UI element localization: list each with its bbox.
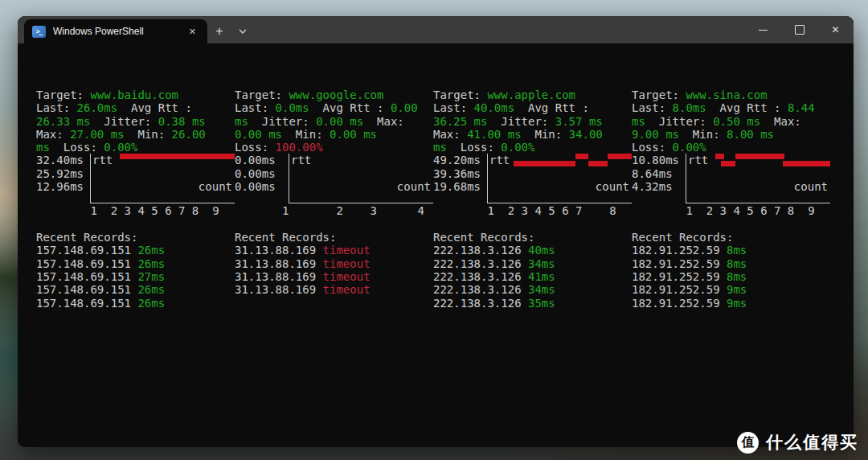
record-row: 157.148.69.151 27ms: [36, 270, 235, 283]
stats-text: 0.00%: [501, 141, 534, 154]
record-latency: 8ms: [727, 244, 747, 257]
chart-plot-area: rttcount: [487, 154, 632, 203]
stats-text: 0.00 ms: [316, 115, 363, 128]
stats-text: Jitter:: [487, 115, 555, 128]
stats-text: 41.00 ms: [467, 128, 521, 141]
y-axis-label: 49.20ms: [433, 154, 487, 166]
record-latency: 35ms: [528, 297, 555, 310]
maximize-button[interactable]: [781, 16, 817, 43]
stats-text: Jitter:: [90, 115, 158, 128]
rtt-chart: 0.00ms0.00ms0.00msrttcount: [235, 154, 433, 203]
stats-text: 26.00: [172, 128, 206, 141]
smzdm-watermark-text: 什么值得买: [766, 431, 858, 454]
stats-line: Last: 0.0ms Avg Rtt : 0.00: [235, 101, 433, 114]
titlebar[interactable]: >_ Windows PowerShell ✕ + ✕: [18, 16, 854, 43]
stats-text: 0.0ms: [276, 101, 309, 114]
record-row: 31.13.88.169 timeout: [235, 270, 433, 283]
record-row: 31.13.88.169 timeout: [235, 283, 433, 296]
stats-text: www.apple.com: [487, 88, 575, 101]
stats-line: ms Loss: 0.00%: [433, 141, 632, 154]
chart-y-labels: 49.20ms39.36ms19.68ms: [433, 154, 487, 203]
stats-text: 8.00 ms: [727, 128, 774, 141]
record-ip: 182.91.252.59: [632, 297, 727, 310]
record-latency: timeout: [323, 257, 371, 270]
stats-text: 8.0ms: [673, 101, 706, 114]
stats-line: ms Jitter: 0.50 ms Max:: [632, 115, 830, 128]
rtt-axis-label: rtt: [489, 154, 510, 166]
rtt-line-segment: [575, 154, 588, 159]
stats-text: Loss:: [447, 141, 501, 154]
stats-line: Target: www.apple.com: [433, 88, 632, 101]
minimize-button[interactable]: [745, 16, 781, 43]
rtt-axis-label: rtt: [688, 154, 708, 166]
record-ip: 182.91.252.59: [632, 257, 727, 270]
record-row: 222.138.3.126 40ms: [433, 244, 632, 257]
stats-text: Jitter:: [645, 115, 713, 128]
record-ip: 157.148.69.151: [36, 244, 137, 257]
stats-text: 26.0ms: [77, 101, 118, 114]
smzdm-watermark: 值 什么值得买: [737, 431, 858, 454]
close-button[interactable]: ✕: [817, 16, 854, 43]
stats-text: ms: [433, 141, 447, 154]
chart-plot-area: rttcount: [90, 154, 235, 203]
ping-panel-www.apple.com: Target: www.apple.comLast: 40.0ms Avg Rt…: [433, 88, 632, 310]
rtt-line-segment: [721, 161, 735, 166]
record-latency: 26ms: [137, 297, 165, 310]
recent-records-title: Recent Records:: [433, 231, 632, 244]
record-ip: 222.138.3.126: [433, 244, 528, 257]
count-axis-label: count: [794, 180, 828, 193]
tab-windows-powershell[interactable]: >_ Windows PowerShell ✕: [24, 19, 207, 43]
stats-text: 0.00: [391, 101, 418, 114]
stats-text: 0.00 ms: [330, 128, 377, 141]
record-ip: 31.13.88.169: [235, 270, 323, 283]
record-ip: 31.13.88.169: [235, 244, 323, 257]
stats-line: 36.25 ms Jitter: 3.57 ms: [433, 115, 632, 128]
rtt-line-segment: [783, 161, 830, 166]
new-tab-button[interactable]: +: [207, 19, 231, 43]
record-ip: 157.148.69.151: [36, 257, 137, 270]
record-ip: 182.91.252.59: [632, 244, 727, 257]
y-axis-label: 4.32ms: [632, 180, 686, 193]
record-ip: 222.138.3.126: [433, 297, 528, 310]
stats-text: Target:: [235, 88, 289, 101]
stats-text: www.sina.com: [686, 88, 767, 101]
stats-text: Loss:: [50, 141, 104, 154]
terminal-content[interactable]: Target: www.baidu.comLast: 26.0ms Avg Rt…: [18, 43, 854, 447]
rtt-axis-label: rtt: [291, 154, 311, 166]
rtt-line-segment: [588, 161, 607, 166]
record-row: 182.91.252.59 9ms: [632, 297, 830, 310]
record-latency: 34ms: [528, 257, 555, 270]
stats-line: Loss: 0.00%: [632, 141, 830, 154]
stats-text: 36.25 ms: [433, 115, 487, 128]
rtt-axis-label: rtt: [92, 154, 113, 166]
stats-line: 26.33 ms Jitter: 0.38 ms: [36, 115, 235, 128]
stats-text: Last:: [235, 101, 276, 114]
stats-line: 0.00 ms Min: 0.00 ms: [235, 128, 433, 141]
recent-records-title: Recent Records:: [632, 231, 830, 244]
stats-line: Last: 40.0ms Avg Rtt :: [433, 101, 632, 114]
stats-text: Avg Rtt :: [117, 101, 192, 114]
stats-text: 100.00%: [276, 141, 323, 154]
y-axis-label: 10.80ms: [632, 154, 686, 166]
y-axis-label: 32.40ms: [36, 154, 90, 166]
x-axis-ticks: 1 2 3 4 5 6 7 8: [433, 204, 632, 217]
stats-text: 3.57 ms: [555, 115, 603, 128]
stats-line: Target: www.google.com: [235, 88, 433, 101]
tab-close-icon[interactable]: ✕: [186, 25, 199, 39]
stats-line: ms Jitter: 0.00 ms Max:: [235, 115, 433, 128]
rtt-line-segment: [120, 154, 235, 159]
tab-dropdown-button[interactable]: [231, 19, 254, 43]
count-axis-label: count: [199, 180, 232, 193]
record-latency: timeout: [323, 244, 371, 257]
stats-text: Target:: [632, 88, 686, 101]
stats-text: 26.33 ms: [36, 115, 90, 128]
chart-plot-area: rttcount: [686, 154, 830, 203]
y-axis-label: 8.64ms: [632, 167, 686, 180]
record-row: 157.148.69.151 26ms: [36, 283, 235, 296]
stats-text: Min:: [125, 128, 172, 141]
rtt-chart: 32.40ms25.92ms12.96msrttcount: [36, 154, 235, 203]
stats-text: 0.50 ms: [713, 115, 760, 128]
record-row: 31.13.88.169 timeout: [235, 257, 433, 270]
stats-text: Last:: [36, 101, 77, 114]
stats-text: 0.38 ms: [158, 115, 206, 128]
